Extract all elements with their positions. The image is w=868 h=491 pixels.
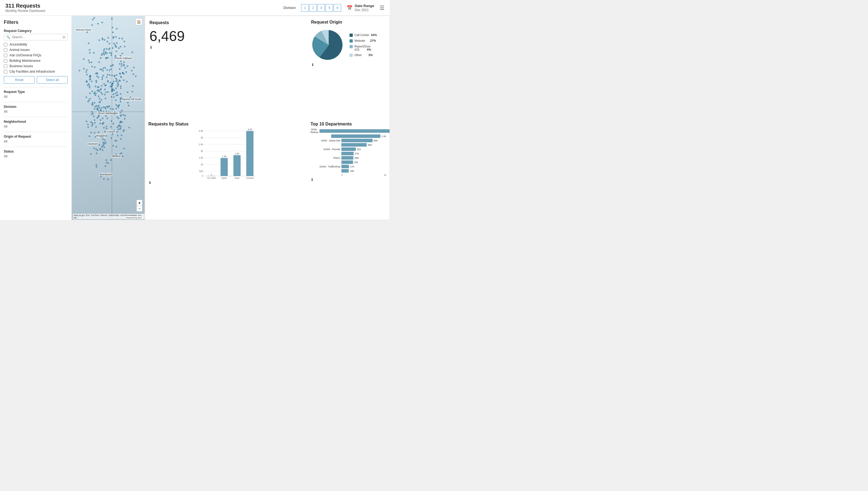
- svg-point-107: [100, 119, 101, 121]
- filter-origin-value: All: [4, 140, 68, 143]
- select-all-button[interactable]: Select all: [37, 76, 68, 84]
- checkbox-building-maintenance[interactable]: Building Maintenance: [4, 59, 68, 63]
- map-background: McKees Rock North Oakland Mount Washingt…: [72, 16, 145, 220]
- dept-label-1: DPW - Refuse: [311, 128, 318, 134]
- svg-point-333: [86, 81, 88, 82]
- origin-download-icon[interactable]: ⬇: [311, 63, 314, 67]
- checkbox-animal-issues-input[interactable]: [4, 48, 7, 52]
- dept-download-icon[interactable]: ⬇: [311, 177, 386, 182]
- filter-icon[interactable]: ⊞: [63, 35, 65, 39]
- division-btn-3[interactable]: 3: [317, 4, 325, 12]
- svg-point-360: [115, 78, 117, 79]
- svg-point-202: [110, 65, 112, 67]
- svg-point-179: [106, 77, 107, 78]
- checkbox-ask-us[interactable]: Ask Us/General FAQs: [4, 53, 68, 57]
- checkbox-accessibility[interactable]: Accessibility: [4, 42, 68, 46]
- filter-request-type-value: All: [4, 95, 68, 98]
- svg-point-56: [103, 50, 104, 52]
- svg-point-339: [116, 50, 117, 52]
- svg-text:1.4k: 1.4k: [222, 155, 227, 158]
- status-chart-svg: 3.5k 3k 2.5k 2k 1.5k 1k 500 0: [148, 128, 304, 180]
- svg-point-186: [105, 57, 107, 59]
- svg-point-200: [114, 75, 115, 77]
- svg-point-45: [97, 90, 98, 92]
- svg-point-255: [104, 139, 105, 141]
- origin-title: Request Origin: [311, 20, 386, 25]
- hamburger-icon[interactable]: ☰: [379, 5, 384, 11]
- checkbox-city-facilities[interactable]: City Facilities and Infrastructure: [4, 70, 68, 74]
- svg-point-122: [94, 108, 95, 110]
- search-input[interactable]: [12, 35, 61, 39]
- svg-point-342: [127, 102, 129, 104]
- dept-row-9: DOMI - TrafficShop 170: [311, 165, 386, 168]
- date-range-value: Dec 2021: [355, 8, 369, 12]
- checkbox-animal-issues-label: Animal Issues: [9, 48, 30, 52]
- svg-point-75: [89, 87, 90, 89]
- checkbox-building-maintenance-input[interactable]: [4, 59, 7, 63]
- svg-point-338: [121, 65, 122, 67]
- legend-dot-other: [349, 54, 353, 57]
- division-btn-1[interactable]: 1: [301, 4, 309, 12]
- checkbox-business-issues-input[interactable]: [4, 64, 7, 68]
- svg-point-355: [111, 55, 112, 56]
- svg-point-264: [121, 135, 122, 136]
- filter-neighborhood-value: All: [4, 125, 68, 128]
- svg-point-70: [115, 36, 117, 38]
- svg-point-320: [86, 74, 88, 75]
- checkbox-ask-us-input[interactable]: [4, 54, 7, 57]
- status-download-icon[interactable]: ⬇: [148, 180, 152, 185]
- svg-point-267: [123, 148, 125, 149]
- svg-point-218: [98, 144, 100, 146]
- dept-value-3: 696: [374, 139, 381, 142]
- svg-point-33: [103, 75, 104, 77]
- svg-point-188: [110, 82, 111, 83]
- svg-point-239: [116, 140, 118, 142]
- svg-point-168: [120, 85, 122, 87]
- division-btn-2[interactable]: 2: [309, 4, 317, 12]
- svg-point-251: [110, 126, 112, 127]
- requests-count: 6,469: [150, 28, 303, 44]
- map-home-button[interactable]: 🏠: [135, 18, 143, 25]
- svg-point-184: [107, 81, 108, 83]
- svg-point-83: [104, 94, 105, 95]
- requests-download-icon[interactable]: ⬇: [150, 45, 153, 50]
- svg-point-57: [124, 46, 126, 48]
- division-btn-5[interactable]: 5: [326, 4, 333, 12]
- svg-point-279: [122, 155, 123, 157]
- svg-point-28: [120, 46, 121, 48]
- svg-point-25: [100, 57, 101, 59]
- map-zoom-out[interactable]: −: [136, 206, 143, 212]
- svg-point-66: [93, 52, 94, 54]
- svg-point-106: [87, 123, 89, 125]
- svg-text:1.6k: 1.6k: [235, 152, 239, 155]
- dept-value-5: 322: [357, 148, 365, 151]
- dept-label-9: DOMI - TrafficShop: [311, 165, 340, 168]
- svg-point-64: [107, 57, 108, 59]
- svg-point-195: [116, 74, 118, 76]
- date-range-block: 📅 Date Range Dec 2021: [346, 4, 374, 12]
- filter-division-label: Division: [4, 105, 68, 109]
- checkbox-city-facilities-input[interactable]: [4, 70, 7, 74]
- svg-point-30: [107, 74, 108, 75]
- reset-button[interactable]: Reset: [4, 76, 35, 84]
- header-right: Division 1 2 3 5 6 📅 Date Range Dec 2021…: [283, 4, 384, 12]
- svg-point-15: [92, 19, 94, 20]
- svg-point-241: [102, 139, 104, 140]
- svg-point-277: [118, 128, 119, 130]
- svg-point-221: [107, 179, 109, 180]
- svg-point-278: [120, 125, 122, 127]
- svg-point-347: [112, 83, 113, 85]
- svg-point-297: [123, 114, 125, 116]
- svg-point-294: [128, 127, 130, 128]
- svg-point-44: [122, 38, 123, 39]
- checkbox-business-issues[interactable]: Business Issues: [4, 64, 68, 68]
- svg-point-65: [104, 39, 105, 41]
- map-zoom-in[interactable]: +: [136, 200, 143, 206]
- svg-point-191: [111, 89, 113, 90]
- content-grid: Requests 6,469 ⬇ McKees Rock North Oakla…: [72, 16, 390, 220]
- search-box[interactable]: 🔍 ⊞: [4, 34, 68, 40]
- checkbox-accessibility-input[interactable]: [4, 43, 7, 46]
- division-btn-6[interactable]: 6: [334, 4, 341, 12]
- checkbox-animal-issues[interactable]: Animal Issues: [4, 48, 68, 52]
- svg-point-275: [117, 135, 119, 137]
